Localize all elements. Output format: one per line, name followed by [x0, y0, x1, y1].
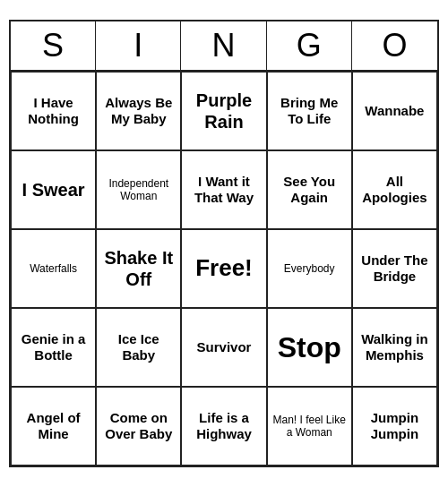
bingo-card: SINGO I Have NothingAlways Be My BabyPur… [9, 20, 439, 467]
bingo-cell-7[interactable]: I Want it That Way [181, 150, 266, 229]
header-letter-s: S [11, 21, 96, 70]
bingo-cell-20[interactable]: Angel of Mine [11, 387, 96, 466]
bingo-cell-14[interactable]: Under The Bridge [352, 229, 437, 308]
bingo-cell-0[interactable]: I Have Nothing [11, 72, 96, 150]
header-letter-n: N [181, 21, 266, 70]
bingo-cell-3[interactable]: Bring Me To Life [267, 72, 352, 150]
bingo-grid: I Have NothingAlways Be My BabyPurple Ra… [11, 72, 437, 466]
bingo-cell-2[interactable]: Purple Rain [181, 72, 266, 150]
bingo-header: SINGO [11, 21, 437, 72]
bingo-cell-12[interactable]: Free! [181, 229, 266, 308]
bingo-cell-8[interactable]: See You Again [267, 150, 352, 229]
bingo-cell-5[interactable]: I Swear [11, 150, 96, 229]
bingo-cell-6[interactable]: Independent Woman [96, 150, 181, 229]
header-letter-g: G [267, 21, 352, 70]
bingo-cell-15[interactable]: Genie in a Bottle [11, 308, 96, 387]
bingo-cell-16[interactable]: Ice Ice Baby [96, 308, 181, 387]
bingo-cell-11[interactable]: Shake It Off [96, 229, 181, 308]
bingo-cell-10[interactable]: Waterfalls [11, 229, 96, 308]
bingo-cell-13[interactable]: Everybody [267, 229, 352, 308]
bingo-cell-9[interactable]: All Apologies [352, 150, 437, 229]
header-letter-o: O [352, 21, 437, 70]
bingo-cell-17[interactable]: Survivor [181, 308, 266, 387]
bingo-cell-1[interactable]: Always Be My Baby [96, 72, 181, 150]
bingo-cell-24[interactable]: Jumpin Jumpin [352, 387, 437, 466]
header-letter-i: I [96, 21, 181, 70]
bingo-cell-21[interactable]: Come on Over Baby [96, 387, 181, 466]
bingo-cell-22[interactable]: Life is a Highway [181, 387, 266, 466]
bingo-cell-18[interactable]: Stop [267, 308, 352, 387]
bingo-cell-23[interactable]: Man! I feel Like a Woman [267, 387, 352, 466]
bingo-cell-19[interactable]: Walking in Memphis [352, 308, 437, 387]
bingo-cell-4[interactable]: Wannabe [352, 72, 437, 150]
